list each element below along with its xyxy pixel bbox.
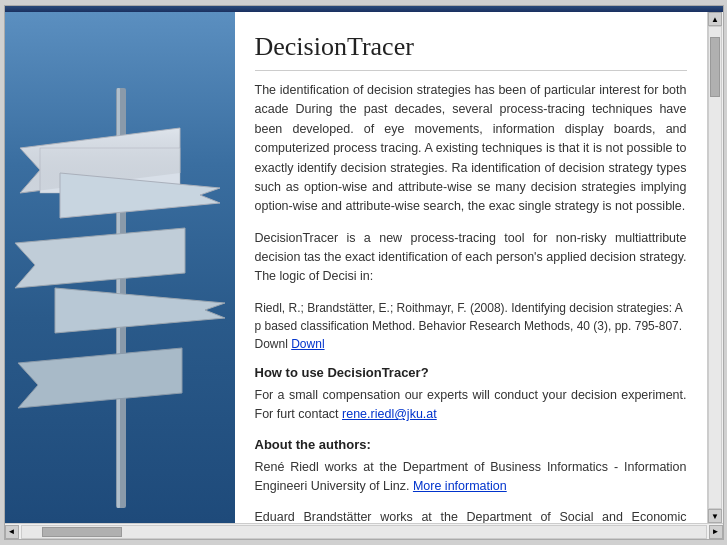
svg-marker-8 [18,348,182,408]
h-scroll-thumb[interactable] [42,527,122,537]
author1-text: René Riedl works at the Department of Bu… [255,458,687,497]
content-area: DecisionTracer The identification of dec… [5,12,723,523]
download-link[interactable]: Downl [291,337,324,351]
left-panel [5,12,235,523]
about-authors-heading: About the authors: [255,437,687,452]
author2-section: Eduard Brandstätter works at the Departm… [255,508,687,523]
page-title: DecisionTracer [255,32,687,71]
author1-section: René Riedl works at the Department of Bu… [255,458,687,497]
svg-marker-6 [15,228,185,288]
scroll-right-button[interactable]: ► [709,525,723,539]
how-to-use-heading: How to use DecisionTracer? [255,365,687,380]
email-link[interactable]: rene.riedl@jku.at [342,407,437,421]
svg-marker-7 [55,288,225,333]
author1-more-info-link[interactable]: More information [413,479,507,493]
main-window: DecisionTracer The identification of dec… [4,5,724,540]
hero-image [5,12,235,523]
scroll-thumb[interactable] [710,37,720,97]
scroll-down-button[interactable]: ▼ [708,509,722,523]
scroll-up-button[interactable]: ▲ [708,12,722,26]
how-to-use-text: For a small compensation our experts wil… [255,386,687,425]
h-scroll-track[interactable] [21,525,707,539]
vertical-scrollbar[interactable]: ▲ ▼ [707,12,723,523]
scroll-left-button[interactable]: ◄ [5,525,19,539]
right-panel[interactable]: DecisionTracer The identification of dec… [235,12,707,523]
citation-text: Riedl, R.; Brandstätter, E.; Roithmayr, … [255,299,687,353]
scroll-track[interactable] [708,26,722,509]
author2-text: Eduard Brandstätter works at the Departm… [255,508,687,523]
description-paragraph: DecisionTracer is a new process-tracing … [255,229,687,287]
intro-paragraph: The identification of decision strategie… [255,81,687,217]
horizontal-scrollbar[interactable]: ◄ ► [5,523,723,539]
